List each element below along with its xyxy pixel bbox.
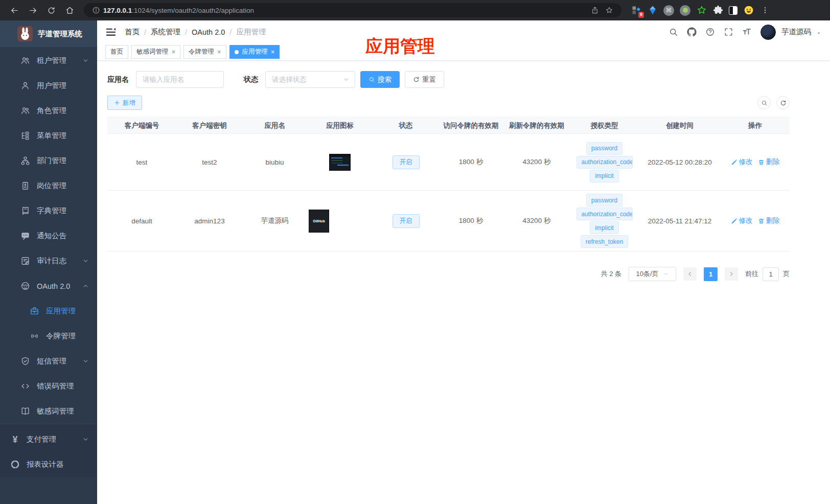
sidebar-item-tenant[interactable]: 租户管理 [0, 48, 97, 73]
back-icon[interactable] [7, 3, 21, 17]
breadcrumb-separator: / [144, 28, 146, 36]
chevron-down-icon [663, 271, 669, 277]
app-icon-thumbnail: GitHub [309, 210, 329, 233]
sidebar-item-label: 应用管理 [46, 306, 76, 316]
reload-icon[interactable] [44, 3, 58, 17]
column-header: 状态 [373, 121, 439, 130]
search-icon [368, 76, 375, 83]
breadcrumb: 首页 / 系统管理 / OAuth 2.0 / 应用管理 [125, 27, 266, 37]
edit-link[interactable]: 修改 [731, 157, 753, 167]
browser-toolbar: 127.0.0.1:1024/system/oauth2/oauth2/appl… [0, 0, 830, 20]
breadcrumb-system[interactable]: 系统管理 [151, 27, 180, 37]
github-icon[interactable] [687, 27, 697, 37]
sidebar-item-label: 错误码管理 [37, 381, 74, 391]
sidebar-item-dict[interactable]: 字典管理 [0, 198, 97, 223]
pie-circle-icon [10, 460, 20, 469]
app-icon-label: GitHub [313, 219, 325, 223]
home-icon[interactable] [62, 3, 77, 17]
sidebar-item-oauth2-token[interactable]: 令牌管理 [0, 324, 97, 349]
dark-mode-extension-icon[interactable] [729, 6, 737, 15]
bookmark-star-icon[interactable] [605, 6, 613, 14]
status-cell: 开启 [373, 214, 439, 228]
browser-menu-icon[interactable] [759, 5, 770, 16]
delete-link[interactable]: 删除 [758, 216, 780, 225]
sidebar-item-report-designer[interactable]: 报表设计器 [0, 452, 97, 477]
sidebar-item-label: 通知公告 [37, 231, 66, 241]
sidebar-item-sms[interactable]: 短信管理 [0, 349, 97, 374]
add-button[interactable]: 新增 [107, 96, 142, 110]
sidebar-item-oauth2[interactable]: OAuth 2.0 [0, 273, 97, 299]
status-select[interactable]: 请选择状态 [265, 71, 355, 88]
edit-link[interactable]: 修改 [731, 216, 753, 225]
command-extension-icon[interactable]: ⌘ [663, 5, 674, 16]
toggle-search-button[interactable] [757, 96, 771, 109]
user-avatar[interactable] [760, 25, 776, 40]
app-logo[interactable]: 芋道管理系统 [0, 20, 97, 47]
filter-form: 应用名 状态 请选择状态 搜索 重置 [107, 71, 830, 88]
share-icon[interactable] [591, 6, 599, 14]
sidebar-item-role[interactable]: 角色管理 [0, 98, 97, 123]
sidebar-item-notice[interactable]: 通知公告 [0, 223, 97, 248]
puzzle-extensions-icon[interactable] [712, 5, 723, 16]
sidebar-item-label: 审计日志 [37, 256, 66, 266]
close-tab-icon[interactable]: × [172, 49, 176, 55]
menu-tree-icon [20, 131, 30, 141]
close-tab-icon[interactable]: × [217, 49, 221, 55]
breadcrumb-oauth2[interactable]: OAuth 2.0 [192, 28, 225, 36]
tab-home[interactable]: 首页 [105, 45, 128, 59]
goto-page-input[interactable] [763, 267, 779, 281]
star-extension-icon[interactable] [696, 5, 707, 16]
username[interactable]: 芋道源码 [781, 27, 811, 37]
sidebar-collapse-icon[interactable] [105, 27, 117, 37]
sidebar-item-dept[interactable]: 部门管理 [0, 148, 97, 173]
audit-log-icon [20, 256, 30, 266]
font-size-icon[interactable] [742, 27, 752, 37]
reset-button[interactable]: 重置 [405, 71, 444, 88]
app-name-input[interactable] [136, 71, 224, 88]
grant-type-tag: authorization_code [577, 156, 633, 169]
sidebar-item-error-code[interactable]: 错误码管理 [0, 374, 97, 399]
sidebar-item-sensitive-word[interactable]: 敏感词管理 [0, 399, 97, 424]
table-row: default admin123 芋道源码 GitHub 开启 1800 秒 4… [107, 191, 790, 251]
sidebar-item-oauth2-application[interactable]: 应用管理 [0, 299, 97, 324]
sidebar-item-menu[interactable]: 菜单管理 [0, 123, 97, 148]
grant-type-tag: password [586, 142, 622, 155]
forward-icon[interactable] [26, 3, 40, 17]
app-icon-cell [307, 154, 373, 171]
app-logo-image [17, 26, 33, 41]
sidebar-item-label: 令牌管理 [46, 331, 76, 341]
sidebar-item-pay[interactable]: ¥ 支付管理 [0, 427, 97, 452]
page-size-select[interactable]: 10条/页 [629, 267, 676, 281]
search-icon[interactable] [668, 27, 678, 37]
sidebar-item-user[interactable]: 用户管理 [0, 73, 97, 98]
refresh-table-button[interactable] [776, 96, 790, 109]
sidebar-item-audit-log[interactable]: 审计日志 [0, 248, 97, 273]
fullscreen-icon[interactable] [724, 27, 733, 37]
tab-application[interactable]: 应用管理 × [229, 45, 280, 59]
url-bar[interactable]: 127.0.0.1:1024/system/oauth2/oauth2/appl… [84, 3, 621, 17]
breadcrumb-separator: / [185, 28, 187, 36]
caret-down-icon[interactable] [816, 29, 822, 35]
close-tab-icon[interactable]: × [271, 49, 275, 55]
record-extension-icon[interactable] [680, 5, 690, 16]
profile-avatar-icon[interactable] [743, 5, 754, 16]
prev-page-button[interactable] [683, 267, 697, 281]
page-number-active[interactable]: 1 [704, 267, 718, 281]
tags-view: 首页 敏感词管理 × 令牌管理 × 应用管理 × [97, 43, 830, 61]
help-icon[interactable] [705, 27, 715, 37]
tab-sensitive-word[interactable]: 敏感词管理 × [131, 45, 180, 59]
sidebar-item-post[interactable]: 岗位管理 [0, 173, 97, 198]
tab-token[interactable]: 令牌管理 × [183, 45, 226, 59]
delete-link[interactable]: 删除 [758, 157, 780, 167]
org-chart-icon [20, 156, 30, 166]
sidebar-item-label: 字典管理 [37, 206, 66, 216]
breadcrumb-home[interactable]: 首页 [125, 27, 140, 37]
plus-icon [114, 100, 120, 106]
search-button[interactable]: 搜索 [360, 71, 400, 88]
page-size-value: 10条/页 [636, 269, 658, 279]
kite-extension-icon[interactable] [647, 5, 658, 16]
extension-grid-icon[interactable]: 9 [631, 5, 641, 16]
next-page-button[interactable] [725, 267, 738, 281]
site-info-icon[interactable] [92, 6, 100, 14]
app-icon-cell: GitHub [307, 210, 373, 233]
